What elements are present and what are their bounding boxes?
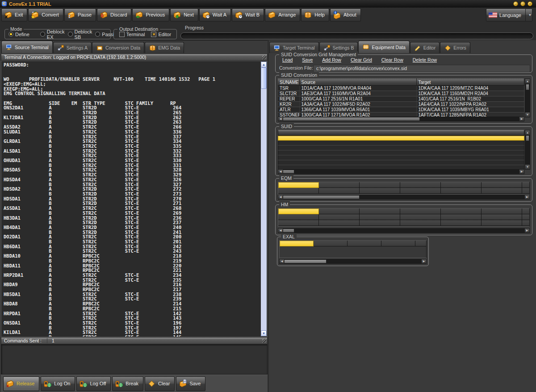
hm-cell[interactable] (319, 214, 360, 220)
scroll-left-arrow[interactable]: ◀ (278, 195, 283, 199)
tab-source-terminal[interactable]: Source Terminal (1, 41, 53, 53)
tab-editor[interactable]: Editor (410, 42, 440, 53)
eqm-cell[interactable] (482, 188, 522, 194)
add-row-link[interactable]: Add Row (322, 57, 341, 63)
table-row[interactable]: REPER1000/CAA 117 2516/1N R1A011401/CAA … (278, 96, 524, 102)
suid-row[interactable] (278, 141, 524, 146)
language-button[interactable]: Language (486, 8, 526, 21)
eqm-cell[interactable] (319, 182, 360, 188)
hm-cell[interactable] (482, 209, 522, 214)
scroll-right-arrow[interactable]: ▶ (525, 229, 529, 233)
suid-row[interactable] (278, 155, 524, 160)
radio-deblock-ex-dot[interactable] (40, 32, 45, 37)
scroll-left-arrow[interactable]: ◀ (278, 170, 283, 174)
pause-button[interactable]: Pause (64, 8, 96, 21)
radio-deblock-sb[interactable]: Deblock SB (68, 29, 92, 40)
scrollbar-thumb[interactable] (526, 84, 529, 90)
break-button[interactable]: Break (112, 376, 143, 391)
eqm-cell[interactable] (522, 188, 530, 194)
clear-grid-link[interactable]: Clear Grid (351, 57, 372, 63)
terminal-vertical-scrollbar[interactable]: ▲ ▼ (261, 62, 267, 336)
eqm-cell[interactable] (319, 188, 360, 194)
suid-vertical-scrollbar[interactable]: ▲ ▼ (525, 130, 530, 170)
tab-settings-a[interactable]: Settings A (53, 42, 92, 53)
close-button[interactable]: × (528, 1, 532, 6)
hm-cell[interactable] (360, 209, 400, 214)
table-row[interactable]: SLCT2R1AE3/CAA 117 1160/MVOA R2A041DKA/C… (278, 91, 524, 96)
hm-cell[interactable] (441, 220, 482, 226)
hm-cell[interactable] (400, 209, 441, 214)
col-suname[interactable]: SUNAME (278, 79, 299, 86)
tab-emg-data[interactable]: EMG Data (145, 42, 184, 53)
commands-bar-resize-grip[interactable] (262, 339, 266, 343)
suid-row[interactable] (278, 150, 524, 155)
scrollbar-thumb[interactable] (283, 170, 294, 174)
exal-selected-cell[interactable] (280, 241, 314, 246)
save-link[interactable]: Save (302, 57, 313, 63)
eqm-cell[interactable] (522, 182, 530, 188)
arrange-button[interactable]: Arrange (265, 8, 300, 21)
checkbox-terminal-box[interactable] (119, 32, 125, 37)
scroll-up-arrow[interactable]: ▲ (525, 130, 530, 135)
exal-horizontal-scrollbar[interactable]: ◀ ▶ (279, 259, 427, 264)
tab-equipment-data[interactable]: Equipment Data (358, 41, 409, 53)
table-row[interactable]: KR2R1A3A/CAA 117 1022/MF5D R2A021AE4/CAA… (278, 102, 524, 107)
hm-cell[interactable] (360, 220, 400, 226)
exal-cell[interactable] (314, 241, 348, 246)
suid-selected-row[interactable] (278, 136, 524, 141)
scroll-left-arrow[interactable]: ◀ (280, 259, 284, 263)
hm-cell[interactable] (278, 220, 319, 226)
discard-button[interactable]: Discard (97, 8, 131, 21)
exal-cell[interactable] (415, 241, 427, 246)
col-target[interactable]: Target (416, 79, 524, 86)
scrollbar-thumb[interactable] (283, 195, 360, 199)
scrollbar-thumb[interactable] (283, 229, 294, 233)
hm-cell[interactable] (400, 220, 441, 226)
scrollbar-thumb[interactable] (283, 117, 420, 121)
scroll-right-arrow[interactable]: ▶ (525, 195, 529, 199)
radio-define-dot[interactable] (8, 32, 13, 37)
hm-cell[interactable] (522, 209, 530, 214)
suid-row[interactable] (278, 146, 524, 150)
table-row[interactable]: ATLR1366/CAA 117 1039/MVOA R6A011DKA/CAA… (278, 107, 524, 113)
minimize-button[interactable]: – (513, 1, 518, 6)
hm-cell[interactable] (441, 209, 482, 214)
radio-deblock-ex[interactable]: Deblock EX (40, 29, 65, 40)
delete-row-link[interactable]: Delete Row (413, 57, 437, 63)
clear-button[interactable]: Clear (145, 376, 175, 391)
scrollbar-thumb[interactable] (261, 67, 267, 89)
eqm-cell[interactable] (400, 188, 441, 194)
table-vertical-scrollbar[interactable]: ▲ ▼ (525, 79, 530, 117)
scroll-right-arrow[interactable]: ▶ (422, 259, 426, 263)
maximize-button[interactable]: □ (520, 1, 525, 6)
log-off-button[interactable]: Log Off (76, 376, 111, 391)
about-button[interactable]: About (330, 8, 361, 21)
eqm-cell[interactable] (400, 182, 441, 188)
release-button[interactable]: Release (3, 376, 39, 391)
hm-cell[interactable] (441, 214, 482, 220)
hm-cell[interactable] (360, 214, 400, 220)
eqm-cell[interactable] (441, 188, 482, 194)
command-input-area[interactable] (1, 344, 268, 375)
radio-passive-dot[interactable] (95, 32, 100, 37)
eqm-cell[interactable] (482, 182, 522, 188)
checkbox-terminal[interactable]: Terminal (119, 32, 145, 37)
help-button[interactable]: Help (301, 8, 329, 21)
scroll-right-arrow[interactable]: ▶ (519, 117, 524, 121)
eqm-cell[interactable] (278, 188, 319, 194)
clear-row-link[interactable]: Clear Row (381, 57, 403, 63)
status-bar-resize-grip[interactable] (262, 55, 266, 59)
scroll-up-arrow[interactable]: ▲ (525, 79, 530, 83)
scroll-left-arrow[interactable]: ◀ (278, 229, 283, 233)
hm-cell[interactable] (400, 214, 441, 220)
scroll-down-arrow[interactable]: ▼ (525, 165, 530, 169)
hm-cell[interactable] (482, 220, 522, 226)
eqm-selected-cell[interactable] (278, 182, 319, 188)
hm-cell[interactable] (278, 214, 319, 220)
convert-button[interactable]: Convert (28, 8, 63, 21)
wait-b-button[interactable]: Wait B (232, 8, 264, 21)
wait-a-button[interactable]: Wait A (199, 8, 231, 21)
checkbox-editor-box[interactable]: ✕ (151, 32, 156, 37)
tab-errors[interactable]: Errors (440, 42, 470, 53)
exal-cell[interactable] (381, 241, 415, 246)
